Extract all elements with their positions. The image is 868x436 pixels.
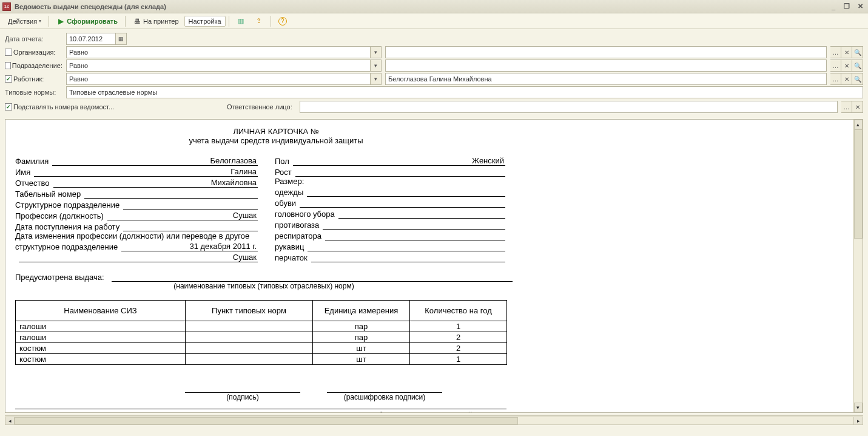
date-input[interactable]: 10.07.2012 ▦ — [66, 33, 127, 45]
mittens-value — [308, 251, 505, 251]
name-value: Галина — [34, 167, 258, 177]
ellipsis-button[interactable]: … — [830, 46, 841, 58]
table-row: галошипар2 — [16, 332, 507, 343]
carddept-label: Структурное подразделение — [15, 200, 123, 209]
respirator-value — [325, 240, 505, 240]
filter-panel: Дата отчета: 10.07.2012 ▦ Организация: Р… — [0, 29, 868, 117]
dept-op-combo[interactable]: Равно ▾ — [66, 60, 382, 72]
window-title: Ведомость выдачи спецодежды (для склада) — [15, 3, 828, 10]
settings-button[interactable]: Настройка — [184, 16, 226, 27]
ellipsis-button[interactable]: … — [841, 101, 852, 113]
norms-input[interactable]: Типовые отраслевые нормы — [66, 86, 863, 98]
play-icon: ▶ — [56, 17, 65, 26]
hiredate-label: Дата поступления на работу — [15, 222, 123, 231]
gasmask-label: противогаза — [275, 220, 323, 230]
norms-label: Типовые нормы: — [5, 89, 62, 96]
scroll-left-icon[interactable]: ◂ — [5, 417, 15, 425]
clear-button[interactable]: ✕ — [841, 60, 852, 72]
ellipsis-button[interactable]: … — [830, 73, 841, 85]
maximize-button[interactable]: ❐ — [841, 2, 852, 11]
lookup-button[interactable]: 🔍 — [852, 60, 863, 72]
dept-value-input[interactable] — [385, 60, 827, 72]
calendar-icon[interactable]: ▦ — [115, 33, 126, 44]
reverse-side-label: Оборотная сторона личной карточки — [15, 409, 506, 413]
form-button[interactable]: ▶ Сформировать — [52, 15, 122, 27]
org-checkbox[interactable] — [5, 49, 12, 56]
changedate-label2: структурное подразделение — [15, 242, 121, 251]
sign-label: (подпись) — [185, 393, 300, 401]
lookup-button[interactable]: 🔍 — [852, 46, 863, 58]
clear-button[interactable]: ✕ — [841, 73, 852, 85]
tool-1-button[interactable]: ▥ — [232, 15, 249, 27]
col-unit: Единица измерения — [313, 301, 410, 321]
profession-label: Профессия (должность) — [15, 211, 107, 220]
height-label: Рост — [275, 168, 295, 177]
height-value — [295, 176, 505, 177]
close-button[interactable]: ✕ — [855, 2, 866, 11]
scroll-right-icon[interactable]: ▸ — [853, 417, 863, 425]
siz-table: Наименование СИЗ Пункт типовых норм Един… — [15, 300, 507, 365]
export-icon: ⇪ — [255, 17, 263, 26]
emp-value-input[interactable]: Белоглазова Галина Михайловна — [385, 73, 827, 85]
scroll-thumb[interactable] — [854, 129, 863, 239]
horizontal-scrollbar[interactable]: ◂ ▸ — [5, 415, 863, 425]
profession-value: Сушак — [107, 211, 258, 220]
vertical-scrollbar[interactable]: ▴ ▾ — [853, 120, 863, 412]
dept-checkbox[interactable] — [5, 62, 11, 69]
scroll-down-icon[interactable]: ▾ — [854, 403, 863, 412]
changedate-value: 31 декабря 2011 г. — [121, 242, 258, 251]
clear-button[interactable]: ✕ — [841, 46, 852, 58]
provided-note: (наименование типовых (типовых отраслевы… — [15, 282, 513, 290]
decipher-label: (расшифровка подписи) — [327, 393, 442, 401]
size-label: Размер: — [275, 177, 308, 186]
dept-label: Подразделение: — [12, 62, 62, 69]
surname-label: Фамилия — [15, 157, 52, 166]
resp-input[interactable] — [300, 101, 838, 113]
org-value-input[interactable] — [385, 46, 827, 58]
org-label: Организация: — [13, 49, 55, 56]
scroll-thumb[interactable] — [15, 417, 518, 424]
table-row: галошипар1 — [16, 321, 507, 332]
dept-op-value: Равно — [69, 62, 88, 69]
provided-label: Предусмотрена выдача: — [15, 273, 112, 282]
dropdown-icon[interactable]: ▾ — [370, 60, 381, 71]
gasmask-value — [323, 229, 505, 230]
clear-button[interactable]: ✕ — [852, 101, 863, 113]
lookup-button[interactable]: 🔍 — [852, 73, 863, 85]
norms-value: Типовые отраслевые нормы — [69, 89, 157, 96]
subst-label: Подставлять номера ведомост... — [13, 103, 114, 111]
org-op-combo[interactable]: Равно ▾ — [66, 46, 382, 58]
tabnum-value — [84, 198, 258, 199]
form-label: Сформировать — [67, 18, 118, 25]
toolbar: Действия ▾ ▶ Сформировать 🖶 На принтер Н… — [0, 13, 868, 29]
emp-checkbox[interactable]: ✔ — [5, 75, 12, 83]
actions-label: Действия — [8, 18, 37, 25]
tool-2-button[interactable]: ⇪ — [251, 15, 267, 27]
col-point: Пункт типовых норм — [186, 301, 313, 321]
clothes-label: одежды — [275, 188, 307, 197]
respirator-label: респиратора — [275, 231, 325, 240]
mittens-label: рукавиц — [275, 242, 308, 251]
emp-op-value: Равно — [69, 75, 88, 83]
actions-menu[interactable]: Действия ▾ — [4, 16, 45, 27]
print-button[interactable]: 🖶 На принтер — [129, 15, 183, 27]
report-area: ▴ ▾ ЛИЧНАЯ КАРТОЧКА № учета выдачи средс… — [5, 119, 863, 413]
card-subtitle: учета выдачи средств индивидуальной защи… — [136, 136, 415, 145]
shoes-label: обуви — [275, 199, 300, 208]
scroll-up-icon[interactable]: ▴ — [854, 120, 863, 129]
subst-checkbox[interactable]: ✔ — [5, 103, 12, 111]
sex-label: Пол — [275, 157, 293, 166]
carddept-value — [123, 209, 258, 209]
minimize-button[interactable]: _ — [828, 2, 839, 11]
patronymic-value: Михайловна — [53, 178, 258, 188]
changedate-value2: Сушак — [19, 253, 258, 262]
table-row: костюмшт2 — [16, 343, 507, 354]
hat-label: головного убора — [275, 209, 338, 219]
resp-label: Ответственное лицо: — [227, 103, 292, 111]
dropdown-icon[interactable]: ▾ — [370, 73, 381, 84]
col-qty: Количество на год — [410, 301, 507, 321]
dropdown-icon[interactable]: ▾ — [370, 47, 381, 58]
emp-op-combo[interactable]: Равно ▾ — [66, 73, 382, 85]
ellipsis-button[interactable]: … — [830, 60, 841, 72]
help-button[interactable]: ? — [274, 15, 291, 27]
